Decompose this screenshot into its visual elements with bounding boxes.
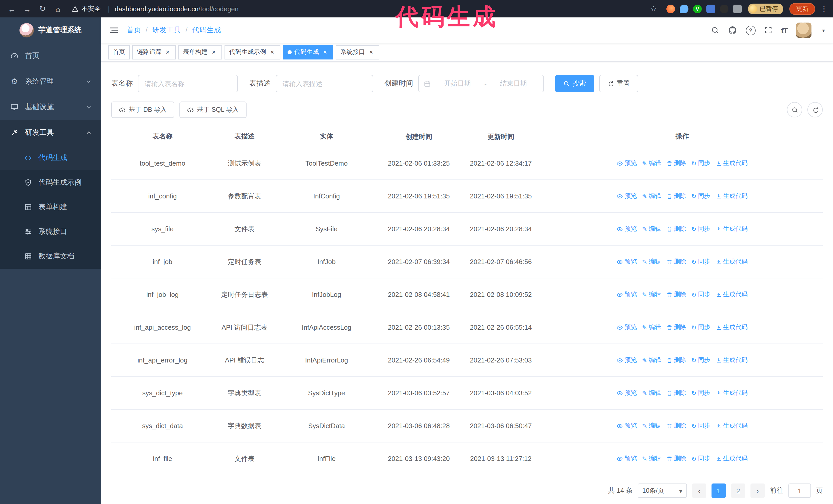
prev-page-button[interactable]: ‹ <box>692 483 706 498</box>
toggle-search-button[interactable] <box>787 102 802 117</box>
sync-link[interactable]: ↻ 同步 <box>691 192 710 200</box>
delete-link[interactable]: 删除 <box>666 454 686 463</box>
bookmark-star-icon[interactable]: ☆ <box>647 2 660 16</box>
goto-page-input[interactable] <box>788 483 811 498</box>
user-avatar[interactable] <box>796 23 811 38</box>
tab[interactable]: 表单构建 × <box>178 45 222 59</box>
sidebar-item-dev-tools[interactable]: 研发工具 <box>0 120 101 146</box>
delete-link[interactable]: 删除 <box>666 356 686 364</box>
sync-link[interactable]: ↻ 同步 <box>691 323 710 332</box>
next-page-button[interactable]: › <box>751 483 765 498</box>
delete-link[interactable]: 删除 <box>666 224 686 233</box>
tab-close-icon[interactable]: × <box>367 48 375 56</box>
preview-link[interactable]: 预览 <box>617 290 637 299</box>
import-db-button[interactable]: 基于 DB 导入 <box>111 101 174 118</box>
sidebar-item-system[interactable]: ⚙ 系统管理 <box>0 69 101 94</box>
app-logo[interactable]: 芋道管理系统 <box>0 18 101 43</box>
tab[interactable]: 代码生成 × <box>283 45 333 59</box>
generate-code-link[interactable]: 生成代码 <box>715 323 748 332</box>
delete-link[interactable]: 删除 <box>666 389 686 398</box>
browser-menu-icon[interactable]: ⋮ <box>820 4 828 13</box>
edit-link[interactable]: ✎ 编辑 <box>642 454 661 463</box>
tab[interactable]: 系统接口 × <box>336 45 379 59</box>
tab[interactable]: 首页 × <box>108 45 130 59</box>
security-indicator[interactable]: 不安全 <box>72 4 101 13</box>
edit-link[interactable]: ✎ 编辑 <box>642 290 661 299</box>
search-button[interactable]: 搜索 <box>555 75 594 92</box>
tab-close-icon[interactable]: × <box>210 48 217 56</box>
paused-badge[interactable]: 已暂停 <box>748 3 783 14</box>
sync-link[interactable]: ↻ 同步 <box>691 356 710 364</box>
generate-code-link[interactable]: 生成代码 <box>715 290 748 299</box>
edit-link[interactable]: ✎ 编辑 <box>642 323 661 332</box>
preview-link[interactable]: 预览 <box>617 192 637 200</box>
breadcrumb-dev-tools[interactable]: 研发工具 <box>152 26 192 35</box>
sync-link[interactable]: ↻ 同步 <box>691 159 710 168</box>
generate-code-link[interactable]: 生成代码 <box>715 422 748 430</box>
generate-code-link[interactable]: 生成代码 <box>715 257 748 266</box>
generate-code-link[interactable]: 生成代码 <box>715 224 748 233</box>
preview-link[interactable]: 预览 <box>617 454 637 463</box>
refresh-table-button[interactable] <box>807 102 823 117</box>
sync-link[interactable]: ↻ 同步 <box>691 454 710 463</box>
table-name-input[interactable] <box>138 75 238 92</box>
preview-link[interactable]: 预览 <box>617 422 637 430</box>
delete-link[interactable]: 删除 <box>666 323 686 332</box>
edit-link[interactable]: ✎ 编辑 <box>642 422 661 430</box>
sidebar-item-infra[interactable]: 基础设施 <box>0 94 101 120</box>
sidebar-subitem-codegen[interactable]: 代码生成 <box>0 146 101 170</box>
sync-link[interactable]: ↻ 同步 <box>691 224 710 233</box>
update-button[interactable]: 更新 <box>789 3 815 15</box>
extension-icon-green-v[interactable]: V <box>693 4 702 13</box>
back-icon[interactable]: ← <box>5 2 19 16</box>
edit-link[interactable]: ✎ 编辑 <box>642 159 661 168</box>
sidebar-subitem-codegen-example[interactable]: 代码生成示例 <box>0 170 101 195</box>
home-icon[interactable]: ⌂ <box>51 2 65 16</box>
start-date-placeholder[interactable]: 开始日期 <box>433 79 482 88</box>
help-icon[interactable]: ? <box>746 25 756 35</box>
extension-icon-orange[interactable] <box>666 4 675 13</box>
delete-link[interactable]: 删除 <box>666 290 686 299</box>
generate-code-link[interactable]: 生成代码 <box>715 159 748 168</box>
generate-code-link[interactable]: 生成代码 <box>715 454 748 463</box>
import-sql-button[interactable]: 基于 SQL 导入 <box>180 101 246 118</box>
tab-close-icon[interactable]: × <box>164 48 171 56</box>
preview-link[interactable]: 预览 <box>617 323 637 332</box>
extensions-puzzle-icon[interactable] <box>733 4 742 13</box>
tab-close-icon[interactable]: × <box>322 48 329 56</box>
extension-icon-grid[interactable] <box>706 4 715 13</box>
end-date-placeholder[interactable]: 结束日期 <box>489 79 538 88</box>
preview-link[interactable]: 预览 <box>617 257 637 266</box>
edit-link[interactable]: ✎ 编辑 <box>642 192 661 200</box>
sync-link[interactable]: ↻ 同步 <box>691 257 710 266</box>
forward-icon[interactable]: → <box>21 2 34 16</box>
tab-close-icon[interactable]: × <box>269 48 276 56</box>
sidebar-subitem-api[interactable]: 系统接口 <box>0 219 101 244</box>
preview-link[interactable]: 预览 <box>617 389 637 398</box>
tab[interactable]: 代码生成示例 × <box>224 45 280 59</box>
table-desc-input[interactable] <box>276 75 373 92</box>
generate-code-link[interactable]: 生成代码 <box>715 389 748 398</box>
generate-code-link[interactable]: 生成代码 <box>715 192 748 200</box>
reset-button[interactable]: 重置 <box>599 75 638 92</box>
edit-link[interactable]: ✎ 编辑 <box>642 224 661 233</box>
avatar-caret-icon[interactable]: ▾ <box>822 27 825 33</box>
tab[interactable]: 链路追踪 × <box>132 45 176 59</box>
page-size-select[interactable]: 10条/页 ▾ <box>638 483 687 498</box>
edit-link[interactable]: ✎ 编辑 <box>642 389 661 398</box>
page-button-1[interactable]: 1 <box>712 483 726 498</box>
preview-link[interactable]: 预览 <box>617 356 637 364</box>
preview-link[interactable]: 预览 <box>617 224 637 233</box>
fullscreen-icon[interactable] <box>764 26 772 34</box>
reload-icon[interactable]: ↻ <box>36 2 49 16</box>
breadcrumb-home[interactable]: 首页 <box>127 26 152 35</box>
date-range-picker[interactable]: 开始日期 - 结束日期 <box>418 75 544 92</box>
delete-link[interactable]: 删除 <box>666 192 686 200</box>
search-icon[interactable] <box>711 26 719 34</box>
preview-link[interactable]: 预览 <box>617 159 637 168</box>
sidebar-subitem-form-builder[interactable]: 表单构建 <box>0 195 101 219</box>
sync-link[interactable]: ↻ 同步 <box>691 389 710 398</box>
edit-link[interactable]: ✎ 编辑 <box>642 356 661 364</box>
github-icon[interactable] <box>728 26 737 35</box>
delete-link[interactable]: 删除 <box>666 422 686 430</box>
